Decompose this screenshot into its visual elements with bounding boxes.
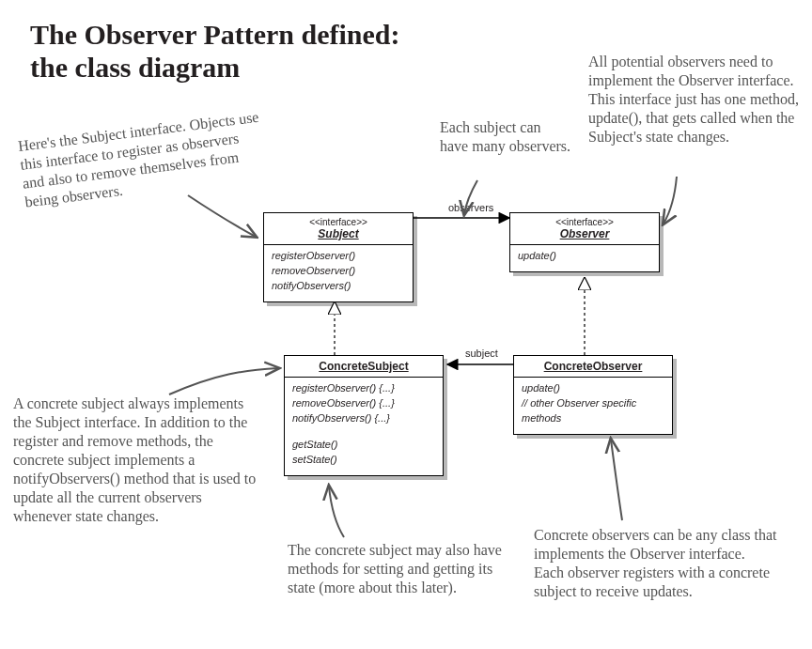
note-arrow-concrete-observer [611,440,622,520]
uml-concrete-observer-head: ConcreteObserver [514,356,672,378]
label-observers: observers [448,202,493,213]
method: getState() [292,438,435,453]
note-each-subject: Each subject can have many observers. [440,118,571,156]
note-arrow-observer-intf [664,177,677,224]
method: update() [518,249,651,264]
uml-subject: <<interface>> Subject registerObserver()… [263,212,414,302]
uml-concrete-subject-body: registerObserver() {...} removeObserver(… [285,378,443,475]
note-arrow-getset [329,487,344,537]
method: removeObserver() [272,264,405,279]
uml-concrete-subject-head: ConcreteSubject [285,356,443,378]
method: update() [522,381,664,396]
note-arrow-subject-intf [188,195,256,237]
stereotype: <<interface>> [512,217,657,227]
note-getset: The concrete subject may also have metho… [288,541,513,597]
label-subject: subject [465,348,498,359]
class-name: ConcreteObserver [544,360,643,373]
method: registerObserver() {...} [292,381,435,396]
stereotype: <<interface>> [266,217,411,227]
title-line2: the class diagram [30,52,400,85]
uml-observer-head: <<interface>> Observer [510,213,659,245]
note-concrete-observer: Concrete observers can be any class that… [534,526,778,601]
class-name: Subject [318,227,358,240]
uml-subject-body: registerObserver() removeObserver() noti… [264,245,413,301]
class-name: ConcreteSubject [319,360,408,373]
method: setState() [292,453,435,468]
page-title: The Observer Pattern defined: the class … [30,19,400,84]
uml-subject-head: <<interface>> Subject [264,213,413,245]
method: removeObserver() {...} [292,396,435,411]
class-name: Observer [560,227,610,240]
note-observer-interface: All potential observers need to implemen… [588,53,812,147]
uml-observer: <<interface>> Observer update() [509,212,660,272]
note-concrete-subject: A concrete subject always implements the… [13,394,258,526]
method: // other Observer specific [522,396,664,411]
method: notifyObservers() [272,279,405,294]
uml-concrete-observer-body: update() // other Observer specific meth… [514,378,672,434]
method: notifyObservers() {...} [292,411,435,426]
title-line1: The Observer Pattern defined: [30,19,400,52]
note-subject-interface: Here's the Subject interface. Objects us… [17,107,269,211]
method: registerObserver() [272,249,405,264]
note-arrow-concrete-subject [169,368,278,394]
uml-concrete-observer: ConcreteObserver update() // other Obser… [513,355,673,435]
uml-observer-body: update() [510,245,659,271]
uml-concrete-subject: ConcreteSubject registerObserver() {...}… [284,355,444,476]
method: methods [522,411,664,426]
